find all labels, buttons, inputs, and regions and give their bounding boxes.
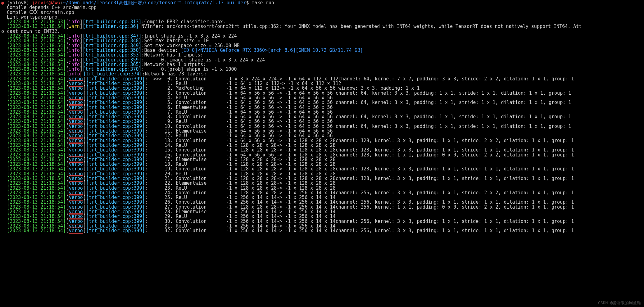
terminal-output[interactable]: ● (yolov8) jarvis@ZWG:~/Downloads/Tensor…	[0, 0, 644, 236]
